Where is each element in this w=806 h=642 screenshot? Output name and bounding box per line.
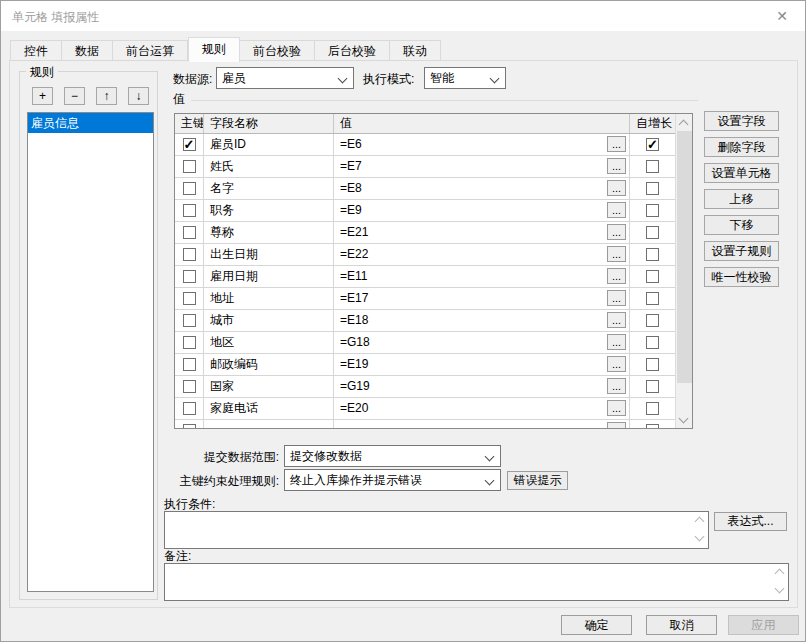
pk-checkbox[interactable] [183, 336, 196, 349]
datasource-select[interactable]: 雇员 [216, 67, 354, 89]
table-scrollbar[interactable] [675, 114, 692, 428]
pk-checkbox[interactable] [183, 248, 196, 261]
field-name-cell: 地址 [204, 288, 334, 309]
pk-checkbox[interactable] [183, 380, 196, 393]
autoincrement-checkbox[interactable] [646, 402, 659, 415]
pk-cell [175, 376, 204, 397]
rule-list[interactable]: 雇员信息 [27, 112, 154, 592]
cancel-button[interactable]: 取消 [646, 615, 717, 635]
autoincrement-checkbox[interactable] [646, 336, 659, 349]
pk-checkbox[interactable] [183, 314, 196, 327]
pk-checkbox[interactable] [183, 292, 196, 305]
pk-checkbox[interactable] [183, 226, 196, 239]
pk-cell [175, 266, 204, 287]
auto-increment-cell [630, 398, 675, 419]
autoincrement-checkbox[interactable] [646, 182, 659, 195]
column-header: 自增长 [630, 114, 675, 133]
table-row: 尊称=E21... [175, 222, 675, 244]
autoincrement-checkbox[interactable] [646, 270, 659, 283]
ellipsis-button[interactable]: ... [607, 290, 626, 306]
rule-add-button[interactable]: + [32, 87, 53, 105]
table-row: ... [175, 420, 675, 428]
tab-rules[interactable]: 规则 [188, 37, 240, 62]
exec-mode-select[interactable]: 智能 [424, 67, 506, 89]
ellipsis-button[interactable]: ... [607, 312, 626, 328]
rule-list-item[interactable]: 雇员信息 [28, 113, 153, 133]
pk-rule-select[interactable]: 终止入库操作并提示错误 [284, 469, 501, 491]
move-up-button[interactable]: 上移 [704, 189, 779, 209]
auto-increment-cell [630, 376, 675, 397]
pk-checkbox[interactable] [183, 182, 196, 195]
close-icon[interactable]: ✕ [773, 7, 791, 25]
delete-field-button[interactable]: 删除字段 [704, 137, 779, 157]
ellipsis-button[interactable]: ... [607, 356, 626, 372]
ellipsis-button[interactable]: ... [607, 378, 626, 394]
rule-remove-button[interactable]: − [64, 87, 85, 105]
autoincrement-checkbox[interactable] [646, 358, 659, 371]
pk-checkbox[interactable] [183, 424, 196, 428]
pk-checkbox[interactable] [183, 402, 196, 415]
ellipsis-button[interactable]: ... [607, 268, 626, 284]
ok-button[interactable]: 确定 [561, 615, 632, 635]
tab-frontend-check[interactable]: 前台校验 [240, 40, 315, 61]
autoincrement-checkbox[interactable] [646, 424, 659, 428]
pk-checkbox[interactable] [183, 358, 196, 371]
value-cell: =E20... [334, 398, 630, 419]
ellipsis-button[interactable]: ... [607, 334, 626, 350]
exec-mode-label: 执行模式: [363, 72, 414, 86]
scroll-down-icon[interactable] [676, 411, 692, 428]
datasource-value: 雇员 [222, 71, 246, 85]
remark-input[interactable] [164, 563, 789, 601]
set-subrule-button[interactable]: 设置子规则 [704, 241, 779, 261]
unique-check-button[interactable]: 唯一性校验 [704, 267, 779, 287]
ellipsis-button[interactable]: ... [607, 400, 626, 416]
remark-label: 备注: [164, 549, 191, 563]
tab-backend-check[interactable]: 后台校验 [315, 40, 390, 61]
set-field-button[interactable]: 设置字段 [704, 111, 779, 131]
autoincrement-checkbox[interactable] [646, 204, 659, 217]
expression-button[interactable]: 表达式... [714, 512, 787, 531]
table-row: 职务=E9... [175, 200, 675, 222]
tab-frontend-calc[interactable]: 前台运算 [113, 40, 188, 61]
table-row: 地区=G18... [175, 332, 675, 354]
apply-button: 应用 [728, 615, 799, 635]
ellipsis-button[interactable]: ... [607, 136, 626, 152]
ellipsis-button[interactable]: ... [607, 180, 626, 196]
pk-checkbox[interactable] [183, 204, 196, 217]
autoincrement-checkbox[interactable] [646, 314, 659, 327]
ellipsis-button[interactable]: ... [607, 202, 626, 218]
tab-data[interactable]: 数据 [62, 40, 113, 61]
autoincrement-checkbox[interactable] [646, 226, 659, 239]
ellipsis-button[interactable]: ... [607, 422, 626, 428]
pk-checkbox[interactable] [183, 138, 196, 151]
scroll-up-icon[interactable] [676, 114, 692, 131]
move-down-button[interactable]: 下移 [704, 215, 779, 235]
value-cell: =E6... [334, 134, 630, 155]
pk-checkbox[interactable] [183, 160, 196, 173]
rule-move-down-button[interactable]: ↓ [128, 87, 149, 105]
autoincrement-checkbox[interactable] [646, 138, 659, 151]
ellipsis-button[interactable]: ... [607, 158, 626, 174]
set-cell-button[interactable]: 设置单元格 [704, 163, 779, 183]
autoincrement-checkbox[interactable] [646, 160, 659, 173]
scroll-up-icon [776, 570, 783, 577]
tab-controls[interactable]: 控件 [10, 40, 62, 61]
ellipsis-button[interactable]: ... [607, 246, 626, 262]
column-header: 字段名称 [204, 114, 334, 133]
scrollbar-thumb[interactable] [677, 131, 692, 383]
exec-condition-input[interactable] [164, 511, 709, 549]
pk-checkbox[interactable] [183, 270, 196, 283]
field-name-cell: 邮政编码 [204, 354, 334, 375]
ellipsis-button[interactable]: ... [607, 224, 626, 240]
autoincrement-checkbox[interactable] [646, 248, 659, 261]
rule-move-up-button[interactable]: ↑ [96, 87, 117, 105]
error-prompt-button[interactable]: 错误提示 [507, 471, 568, 490]
pk-cell [175, 354, 204, 375]
scroll-down-icon [696, 533, 703, 540]
autoincrement-checkbox[interactable] [646, 380, 659, 393]
tab-linkage[interactable]: 联动 [390, 40, 441, 61]
auto-increment-cell [630, 420, 675, 428]
submit-scope-select[interactable]: 提交修改数据 [284, 445, 501, 467]
chevron-down-icon [338, 75, 346, 83]
autoincrement-checkbox[interactable] [646, 292, 659, 305]
